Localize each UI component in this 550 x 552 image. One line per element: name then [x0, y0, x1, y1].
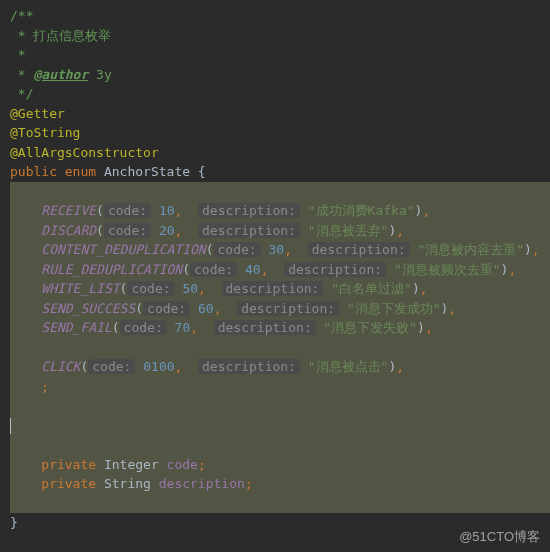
caret-line[interactable] — [10, 416, 550, 436]
enum-send-success: SEND_SUCCESS(code: 60, description: "消息下… — [10, 299, 550, 319]
annotation-getter: @Getter — [10, 104, 550, 124]
annotation-allargs: @AllArgsConstructor — [10, 143, 550, 163]
enum-receive: RECEIVE(code: 10, description: "成功消费Kafk… — [10, 201, 550, 221]
enum-click: CLICK(code: 0100, description: "消息被点击"), — [10, 357, 550, 377]
comment-open: /** — [10, 6, 550, 26]
highlighted-block: RECEIVE(code: 10, description: "成功消费Kafk… — [10, 182, 550, 514]
watermark-text: @51CTO博客 — [459, 527, 540, 547]
annotation-tostring: @ToString — [10, 123, 550, 143]
enum-send-fail: SEND_FAIL(code: 70, description: "消息下发失败… — [10, 318, 550, 338]
comment-desc: * 打点信息枚举 — [10, 26, 550, 46]
enum-declaration: public enum AnchorState { — [10, 162, 550, 182]
field-description: private String description; — [10, 474, 550, 494]
comment-author: * @author 3y — [10, 65, 550, 85]
enum-discard: DISCARD(code: 20, description: "消息被丢弃"), — [10, 221, 550, 241]
enum-content-dedup: CONTENT_DEDUPLICATION(code: 30, descript… — [10, 240, 550, 260]
enum-whitelist: WHITE_LIST(code: 50, description: "白名单过滤… — [10, 279, 550, 299]
code-editor[interactable]: /** * 打点信息枚举 * * @author 3y */ @Getter @… — [0, 0, 550, 539]
enum-rule-dedup: RULE_DEDUPLICATION(code: 40, description… — [10, 260, 550, 280]
comment-empty: * — [10, 45, 550, 65]
enum-terminator: ; — [10, 377, 550, 397]
comment-close: */ — [10, 84, 550, 104]
field-code: private Integer code; — [10, 455, 550, 475]
